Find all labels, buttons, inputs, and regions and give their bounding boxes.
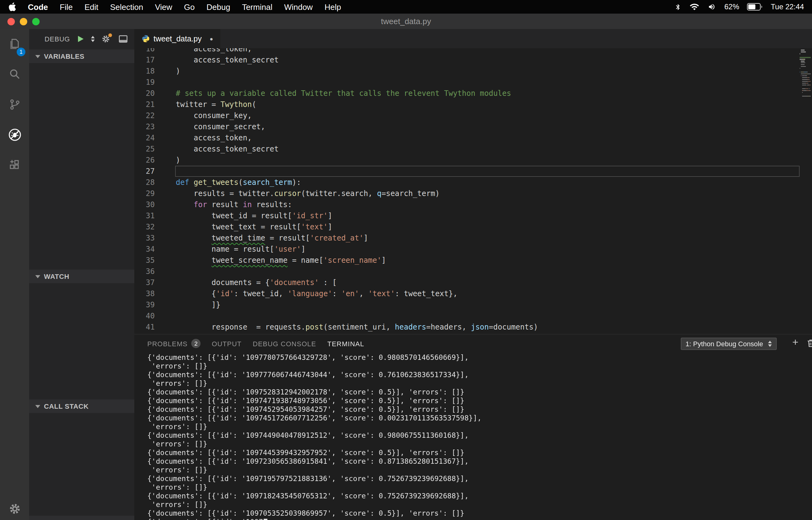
code-line-40[interactable]: 40 [134, 310, 812, 321]
terminal-line: {'documents': [{'id': '10975283129420021… [147, 388, 812, 396]
activity-search[interactable] [0, 59, 29, 89]
volume-icon[interactable] [708, 3, 716, 10]
line-number[interactable]: 23 [134, 121, 155, 132]
terminal-output[interactable]: {'documents': [{'id': '10977807576643297… [147, 353, 812, 520]
code-line-26[interactable]: 26) [134, 155, 812, 166]
window-title-bar[interactable]: tweet_data.py [0, 14, 812, 29]
line-number[interactable]: 19 [134, 77, 155, 88]
new-terminal-button[interactable]: + [792, 336, 798, 349]
line-number[interactable]: 35 [134, 255, 155, 266]
line-number[interactable]: 37 [134, 277, 155, 288]
code-line-25[interactable]: 25 access_token_secret [134, 144, 812, 155]
menu-edit[interactable]: Edit [84, 2, 98, 11]
code-line-34[interactable]: 34 name = result['user'] [134, 243, 812, 255]
code-line-41[interactable]: 41 response = requests.post(sentiment_ur… [134, 321, 812, 333]
line-number[interactable]: 32 [134, 222, 155, 233]
line-number[interactable]: 40 [134, 310, 155, 321]
menu-selection[interactable]: Selection [110, 2, 143, 11]
panel-tab-output[interactable]: OUTPUT [212, 340, 241, 347]
apple-menu-icon[interactable] [9, 2, 16, 11]
line-number[interactable]: 31 [134, 210, 155, 222]
code-line-17[interactable]: 17 access_token_secret [134, 54, 812, 66]
code-line-19[interactable]: 19 [134, 77, 812, 88]
terminal-selector[interactable]: 1: Python Debug Console [681, 338, 777, 350]
code-line-32[interactable]: 32 tweet_text = result['text'] [134, 222, 812, 233]
bluetooth-icon[interactable] [675, 3, 682, 11]
line-number[interactable]: 26 [134, 155, 155, 166]
code-line-33[interactable]: 33 tweeted_time = result['created_at'] [134, 233, 812, 243]
line-number[interactable]: 30 [134, 199, 155, 210]
menu-code[interactable]: Code [28, 2, 48, 11]
debug-config-dropdown[interactable] [91, 35, 95, 42]
line-number[interactable]: 34 [134, 243, 155, 255]
code-line-37[interactable]: 37 documents = {'documents' : [ [134, 277, 812, 288]
code-line-16[interactable]: 16 access_token, [134, 48, 812, 54]
line-number[interactable]: 36 [134, 266, 155, 277]
line-number[interactable]: 38 [134, 288, 155, 299]
line-number[interactable]: 39 [134, 299, 155, 310]
line-number[interactable]: 27 [134, 166, 155, 177]
settings-gear-button[interactable] [0, 499, 29, 519]
activity-source-control[interactable] [0, 90, 29, 119]
line-number[interactable]: 16 [134, 48, 155, 54]
search-icon [8, 68, 21, 81]
modified-dot-icon[interactable]: ● [210, 35, 213, 42]
line-number[interactable]: 24 [134, 132, 155, 144]
panel-tab-terminal[interactable]: TERMINAL [327, 340, 364, 347]
code-line-21[interactable]: 21twitter = Twython( [134, 99, 812, 110]
toggle-debug-console-button[interactable] [119, 35, 134, 42]
minimize-window-button[interactable] [20, 18, 27, 25]
line-number[interactable]: 20 [134, 88, 155, 99]
line-number[interactable]: 18 [134, 66, 155, 77]
minimap[interactable] [799, 49, 811, 97]
code-line-35[interactable]: 35 tweet_screen_name = name['screen_name… [134, 255, 812, 266]
line-number[interactable]: 22 [134, 110, 155, 121]
code-line-30[interactable]: 30 for result in results: [134, 199, 812, 210]
line-number[interactable]: 17 [134, 54, 155, 66]
code-line-29[interactable]: 29 results = twitter.cursor(twitter.sear… [134, 188, 812, 199]
zoom-window-button[interactable] [32, 18, 40, 25]
menu-view[interactable]: View [155, 2, 172, 11]
code-line-39[interactable]: 39 ]} [134, 299, 812, 310]
code-line-36[interactable]: 36 [134, 266, 812, 277]
code-line-38[interactable]: 38 {'id': tweet_id, 'language': 'en', 't… [134, 288, 812, 299]
code-line-18[interactable]: 18) [134, 66, 812, 77]
menu-go[interactable]: Go [184, 2, 195, 11]
code-line-27[interactable]: 27 [134, 166, 812, 177]
menu-debug[interactable]: Debug [206, 2, 230, 11]
kill-terminal-button[interactable] [807, 339, 812, 350]
panel-tab-debug-console[interactable]: DEBUG CONSOLE [253, 340, 316, 347]
menu-help[interactable]: Help [325, 2, 341, 11]
code-line-28[interactable]: 28def get_tweets(search_term): [134, 177, 812, 188]
menu-clock[interactable]: Tue 22:44 [771, 2, 804, 11]
code-line-24[interactable]: 24 access_token, [134, 132, 812, 144]
tab-tweet-data-py[interactable]: tweet_data.py ● [134, 29, 221, 48]
activity-extensions[interactable] [0, 150, 29, 180]
code-line-20[interactable]: 20# sets up a variable called Twitter th… [134, 88, 812, 99]
line-number[interactable]: 41 [134, 321, 155, 333]
debug-configure-button[interactable] [101, 34, 110, 43]
line-number[interactable]: 28 [134, 177, 155, 188]
activity-explorer[interactable]: 1 [0, 29, 29, 59]
debug-start-button[interactable] [77, 35, 84, 42]
line-number[interactable]: 21 [134, 99, 155, 110]
code-editor[interactable]: 16 access_token,17 access_token_secret18… [134, 48, 812, 334]
activity-debug[interactable] [0, 120, 29, 150]
code-line-31[interactable]: 31 tweet_id = result['id_str'] [134, 210, 812, 222]
menu-window[interactable]: Window [284, 2, 313, 11]
section-breakpoints[interactable]: BREAKPOINTS [29, 516, 134, 520]
code-line-22[interactable]: 22 consumer_key, [134, 110, 812, 121]
panel-tab-problems[interactable]: PROBLEMS2 [147, 339, 200, 348]
line-number[interactable]: 33 [134, 233, 155, 243]
code-line-23[interactable]: 23 consumer_secret, [134, 121, 812, 132]
section-variables[interactable]: VARIABLES [29, 49, 134, 63]
menu-items: CodeFileEditSelectionViewGoDebugTerminal… [28, 2, 341, 11]
line-number[interactable]: 25 [134, 144, 155, 155]
close-window-button[interactable] [7, 18, 15, 25]
section-watch[interactable]: WATCH [29, 269, 134, 283]
line-number[interactable]: 29 [134, 188, 155, 199]
wifi-icon[interactable] [690, 3, 700, 10]
section-call-stack[interactable]: CALL STACK [29, 399, 134, 413]
menu-file[interactable]: File [60, 2, 73, 11]
menu-terminal[interactable]: Terminal [242, 2, 272, 11]
